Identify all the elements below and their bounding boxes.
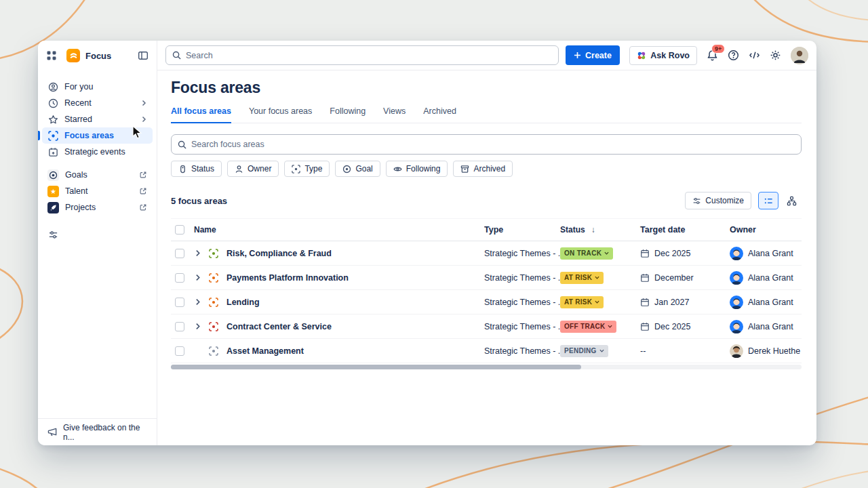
table-row[interactable]: Asset Management Strategic Themes - ... … xyxy=(171,339,802,363)
table-row[interactable]: Lending Strategic Themes - ... AT RISK J… xyxy=(171,290,802,314)
chevron-right-icon[interactable] xyxy=(140,116,147,123)
status-badge[interactable]: AT RISK xyxy=(560,272,604,284)
filter-archived[interactable]: Archived xyxy=(453,161,513,177)
user-avatar[interactable] xyxy=(791,47,808,64)
create-button[interactable]: Create xyxy=(566,45,620,65)
chevron-down-icon xyxy=(608,325,612,328)
table-body: Risk, Compliance & Fraud Strategic Theme… xyxy=(171,241,802,363)
expand-chevron-icon[interactable] xyxy=(194,323,209,330)
tab-all-focus-areas[interactable]: All focus areas xyxy=(171,106,231,123)
column-status[interactable]: Status ↓ xyxy=(560,225,640,235)
global-search-input[interactable] xyxy=(186,51,552,60)
expand-chevron-icon[interactable] xyxy=(194,298,209,306)
chevron-down-icon xyxy=(599,349,604,352)
app-switcher-icon[interactable] xyxy=(46,50,57,61)
horizontal-scrollbar[interactable] xyxy=(171,365,802,369)
sidebar-item-recent[interactable]: Recent xyxy=(42,95,153,111)
filter-owner[interactable]: Owner xyxy=(227,161,279,177)
notifications-icon[interactable]: 9+ xyxy=(707,49,718,61)
tab-archived[interactable]: Archived xyxy=(423,106,456,123)
filter-goal[interactable]: Goal xyxy=(335,161,380,177)
status-badge[interactable]: PENDING xyxy=(560,345,608,357)
expand-chevron-icon[interactable] xyxy=(194,274,209,281)
expand-chevron-icon[interactable] xyxy=(194,249,209,257)
sidebar-item-customize[interactable] xyxy=(42,226,153,243)
sidebar-item-projects[interactable]: Projects xyxy=(42,199,153,216)
focus-area-name[interactable]: Risk, Compliance & Fraud xyxy=(226,249,484,258)
status-badge[interactable]: OFF TRACK xyxy=(560,321,616,333)
focus-area-name[interactable]: Lending xyxy=(226,298,484,307)
sort-descending-icon[interactable]: ↓ xyxy=(591,225,595,235)
page-title: Focus areas xyxy=(171,79,802,97)
goal-icon xyxy=(342,165,351,174)
filter-following[interactable]: Following xyxy=(386,161,448,177)
table-row[interactable]: Payments Platform Innovation Strategic T… xyxy=(171,266,802,290)
talent-icon: ★ xyxy=(47,186,59,197)
chevron-right-icon[interactable] xyxy=(140,100,147,106)
row-checkbox[interactable] xyxy=(175,322,184,331)
chevron-down-icon xyxy=(595,300,599,304)
tab-views[interactable]: Views xyxy=(383,106,406,123)
global-search[interactable] xyxy=(165,45,559,65)
focus-areas-table: Name Type Status ↓ Target date Owner xyxy=(171,218,802,369)
sidebar-item-starred[interactable]: Starred xyxy=(42,111,153,127)
row-checkbox[interactable] xyxy=(175,249,184,258)
focus-area-type: Strategic Themes - ... xyxy=(484,322,560,331)
sidebar-item-strategic-events[interactable]: Strategic events xyxy=(42,144,153,160)
column-type[interactable]: Type xyxy=(484,225,560,235)
eye-icon xyxy=(393,165,402,174)
status-badge[interactable]: ON TRACK xyxy=(560,247,613,260)
shortcuts-icon[interactable] xyxy=(749,49,760,61)
sidebar-item-goals[interactable]: Goals xyxy=(42,167,153,183)
owner-avatar xyxy=(730,296,743,309)
focus-icon xyxy=(292,165,300,174)
help-icon[interactable] xyxy=(728,49,739,61)
column-owner[interactable]: Owner xyxy=(730,225,802,235)
filter-type[interactable]: Type xyxy=(284,161,330,177)
tree-view-button[interactable] xyxy=(781,192,802,209)
sidebar-item-focus-areas[interactable]: Focus areas xyxy=(42,127,153,144)
calendar-icon xyxy=(640,298,650,307)
calendar-icon xyxy=(640,273,650,283)
give-feedback-button[interactable]: Give feedback on the n... xyxy=(38,418,157,445)
list-header-row: 5 focus areas Customize xyxy=(171,192,802,209)
owner-cell: Alana Grant xyxy=(730,320,802,333)
person-circle-icon xyxy=(47,82,58,92)
tab-your-focus-areas[interactable]: Your focus areas xyxy=(249,106,312,123)
row-checkbox[interactable] xyxy=(175,298,184,307)
status-icon xyxy=(178,165,187,174)
owner-cell: Derek Huethe xyxy=(730,344,802,358)
focus-area-search[interactable] xyxy=(171,134,802,155)
focus-area-name[interactable]: Asset Management xyxy=(226,346,484,356)
status-badge[interactable]: AT RISK xyxy=(560,296,604,308)
focus-logo-icon[interactable] xyxy=(66,49,80,62)
column-target-date[interactable]: Target date xyxy=(640,225,730,235)
active-indicator xyxy=(38,131,40,140)
focus-icon xyxy=(47,131,58,141)
table-row[interactable]: Contract Center & Service Strategic Them… xyxy=(171,314,802,339)
focus-area-name[interactable]: Payments Platform Innovation xyxy=(226,273,484,283)
filter-status[interactable]: Status xyxy=(171,161,222,177)
row-checkbox[interactable] xyxy=(175,273,184,283)
main-area: Create Ask Rovo 9+ xyxy=(157,41,816,445)
focus-area-search-input[interactable] xyxy=(191,140,795,149)
ask-rovo-button[interactable]: Ask Rovo xyxy=(629,46,697,65)
sidebar-item-for-you[interactable]: For you xyxy=(42,79,153,95)
customize-button[interactable]: Customize xyxy=(685,192,751,209)
sidebar-nav: For you Recent Starre xyxy=(38,70,157,243)
collapse-sidebar-icon[interactable] xyxy=(138,50,149,61)
person-icon xyxy=(235,165,243,174)
list-view-button[interactable] xyxy=(758,192,778,209)
sidebar-item-talent[interactable]: ★ Talent xyxy=(42,183,153,199)
column-name[interactable]: Name xyxy=(194,225,484,235)
goal-icon xyxy=(47,169,59,181)
settings-gear-icon[interactable] xyxy=(770,49,781,61)
tab-following[interactable]: Following xyxy=(330,106,366,123)
scrollbar-thumb[interactable] xyxy=(171,365,581,369)
row-checkbox[interactable] xyxy=(175,346,184,356)
sidebar: Focus For you xyxy=(38,41,157,445)
select-all-checkbox[interactable] xyxy=(175,225,184,235)
filter-bar: Status Owner Type xyxy=(171,161,802,177)
table-row[interactable]: Risk, Compliance & Fraud Strategic Theme… xyxy=(171,241,802,266)
focus-area-name[interactable]: Contract Center & Service xyxy=(226,322,484,331)
